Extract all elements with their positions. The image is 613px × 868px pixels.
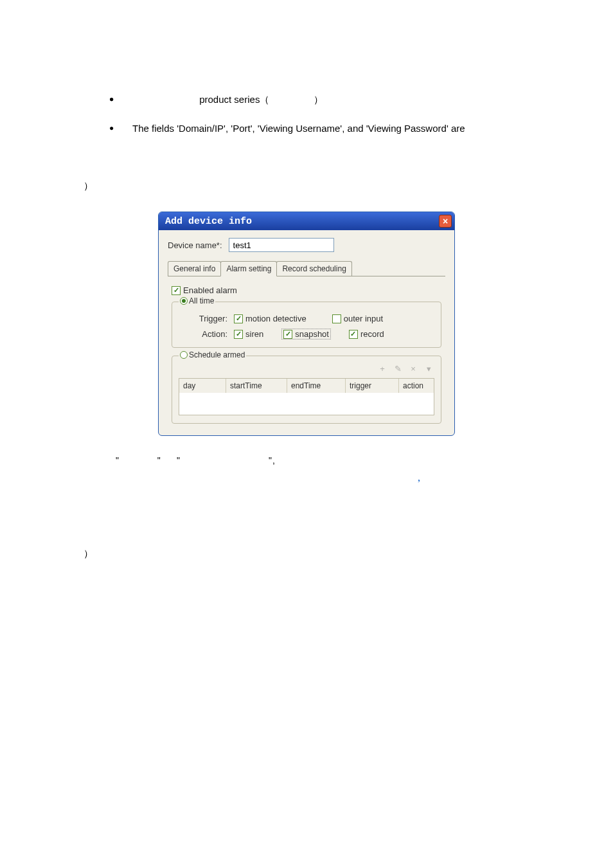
bullet-text-2-suffix: ） xyxy=(314,94,323,105)
schedule-armed-group: Schedule armed + ✎ × ▾ day startTime xyxy=(172,356,441,424)
schedule-armed-label: Schedule armed xyxy=(189,350,245,359)
bullet-text-2-prefix: product series（ xyxy=(199,94,269,105)
dialog-title: Add device info xyxy=(165,216,252,227)
closing-paren-2: ） xyxy=(84,548,529,560)
comma-mark: , xyxy=(418,472,529,484)
all-time-radio[interactable] xyxy=(180,297,188,305)
trigger-label: Trigger: xyxy=(191,314,227,323)
col-action[interactable]: action xyxy=(399,379,434,393)
motion-detective-label: motion detective xyxy=(245,314,306,323)
add-icon[interactable]: + xyxy=(377,363,388,374)
col-day[interactable]: day xyxy=(179,379,226,393)
motion-detective-checkbox[interactable]: ✓ xyxy=(234,314,243,323)
col-trigger[interactable]: trigger xyxy=(346,379,399,393)
tab-general-info[interactable]: General info xyxy=(168,261,221,276)
menu-icon[interactable]: ▾ xyxy=(423,363,434,374)
col-starttime[interactable]: startTime xyxy=(226,379,287,393)
schedule-armed-radio[interactable] xyxy=(180,351,188,359)
all-time-group: All time Trigger: ✓ motion detective ✓ o… xyxy=(172,302,441,348)
col-endtime[interactable]: endTime xyxy=(287,379,346,393)
tab-alarm-setting[interactable]: Alarm setting xyxy=(220,261,277,276)
device-name-input[interactable] xyxy=(229,238,334,252)
snapshot-label: snapshot xyxy=(295,329,329,339)
close-icon[interactable]: × xyxy=(439,215,452,228)
tab-record-scheduling[interactable]: Record scheduling xyxy=(276,261,351,276)
bullet-item-2: product series（ ） xyxy=(109,93,529,106)
record-checkbox[interactable]: ✓ xyxy=(349,330,358,339)
bullet-text-3: The fields 'Domain/IP', 'Port', 'Viewing… xyxy=(132,123,465,134)
snapshot-checkbox[interactable]: ✓ xyxy=(283,330,292,339)
dialog-titlebar[interactable]: Add device info × xyxy=(159,212,454,230)
tabs: General info Alarm setting Record schedu… xyxy=(168,261,445,276)
all-time-label: All time xyxy=(189,296,214,305)
device-name-label: Device name*: xyxy=(168,240,222,250)
record-label: record xyxy=(360,329,384,339)
closing-paren-1: ） xyxy=(84,180,529,192)
outer-input-label: outer input xyxy=(344,314,383,323)
schedule-table-body-empty xyxy=(179,393,434,415)
add-device-dialog: Add device info × Device name*: General … xyxy=(158,212,455,436)
action-label: Action: xyxy=(191,329,227,339)
bullet-item-3: The fields 'Domain/IP', 'Port', 'Viewing… xyxy=(109,122,529,135)
delete-icon[interactable]: × xyxy=(407,363,419,374)
quote-line: " " " ", xyxy=(116,455,529,466)
siren-checkbox[interactable]: ✓ xyxy=(234,330,243,339)
enabled-alarm-label: Enabled alarm xyxy=(183,285,237,295)
outer-input-checkbox[interactable]: ✓ xyxy=(332,314,341,323)
schedule-table: day startTime endTime trigger action xyxy=(179,378,434,415)
edit-icon[interactable]: ✎ xyxy=(392,363,404,374)
enabled-alarm-checkbox[interactable]: ✓ xyxy=(172,286,181,295)
siren-label: siren xyxy=(245,329,263,339)
